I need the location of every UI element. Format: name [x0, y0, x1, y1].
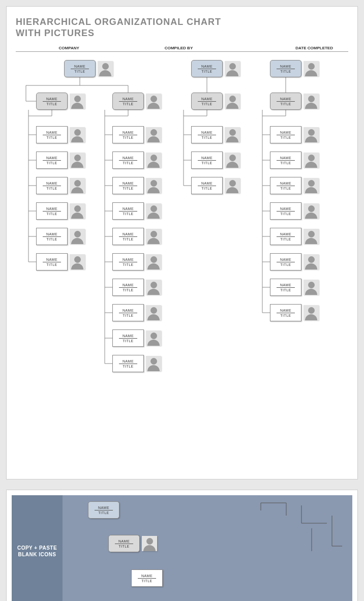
node-divider	[277, 160, 295, 161]
node-box: NAMETITLE	[36, 253, 68, 271]
node-name-label: NAME	[123, 258, 134, 261]
node-box: NAMETITLE	[36, 202, 68, 220]
org-node[interactable]: NAMETITLE	[88, 501, 119, 519]
org-node[interactable]: NAMETITLE	[270, 253, 319, 271]
avatar-placeholder-icon	[304, 280, 319, 295]
node-title-label: TITLE	[123, 237, 134, 241]
node-title-label: TITLE	[46, 237, 57, 241]
org-node[interactable]: NAMETITLE	[112, 279, 161, 296]
node-divider	[43, 101, 61, 102]
node-name-label: NAME	[280, 65, 291, 68]
org-node[interactable]: NAMETITLE	[270, 126, 319, 143]
avatar-placeholder-icon	[304, 254, 319, 269]
connector-fragment-icon	[256, 500, 347, 561]
node-title-label: TITLE	[280, 263, 291, 266]
node-title-label: TITLE	[118, 545, 130, 548]
node-box: NAMETITLE	[270, 60, 301, 77]
org-node[interactable]: NAMETITLE	[191, 60, 240, 77]
node-title-label: TITLE	[123, 136, 134, 139]
node-title-label: TITLE	[280, 288, 291, 292]
org-node[interactable]: NAMETITLE	[270, 304, 319, 321]
node-name-label: NAME	[46, 156, 57, 160]
org-node[interactable]: NAMETITLE	[112, 93, 161, 110]
org-node[interactable]: NAMETITLE	[112, 304, 161, 321]
node-box: NAMETITLE	[36, 228, 68, 245]
node-title-label: TITLE	[141, 579, 153, 583]
node-name-label: NAME	[74, 65, 85, 68]
org-node[interactable]: NAMETITLE	[191, 126, 240, 143]
avatar-placeholder-icon	[70, 127, 85, 142]
org-node[interactable]: NAMETITLE	[270, 279, 319, 296]
node-box: NAMETITLE	[112, 152, 144, 169]
avatar-placeholder-icon	[146, 178, 161, 193]
node-divider	[119, 287, 137, 288]
org-node[interactable]: NAMETITLE	[36, 152, 85, 169]
org-node[interactable]: NAMETITLE	[112, 355, 161, 372]
node-name-label: NAME	[46, 131, 57, 134]
org-chart-page: HIERARCHICAL ORGANIZATIONAL CHART WITH P…	[6, 6, 358, 479]
org-node[interactable]: NAMETITLE	[270, 177, 319, 194]
org-node[interactable]: NAMETITLE	[270, 93, 319, 110]
node-box: NAMETITLE	[270, 93, 301, 110]
node-box: NAMETITLE	[112, 355, 144, 372]
org-node[interactable]: NAMETITLE	[191, 93, 240, 110]
org-node[interactable]: NAMETITLE	[112, 202, 161, 220]
avatar-placeholder-icon	[304, 153, 319, 168]
node-name-label: NAME	[280, 131, 291, 134]
avatar-placeholder-icon	[146, 356, 161, 371]
avatar-placeholder-icon	[146, 305, 161, 320]
org-node[interactable]: NAMETITLE	[36, 228, 85, 245]
node-divider	[119, 160, 137, 161]
node-divider	[43, 236, 61, 237]
node-name-label: NAME	[280, 258, 291, 261]
node-title-label: TITLE	[123, 339, 134, 343]
node-box: NAMETITLE	[36, 152, 68, 169]
org-node[interactable]: NAMETITLE	[36, 202, 85, 220]
node-name-label: NAME	[123, 182, 134, 185]
node-title-label: TITLE	[46, 263, 57, 266]
org-node[interactable]: NAMETITLE	[112, 152, 161, 169]
palette-inner: COPY + PASTE BLANK ICONS NAMETITLENAMETI…	[12, 495, 352, 601]
avatar-placeholder-icon	[304, 127, 319, 142]
org-node[interactable]: NAMETITLE	[112, 329, 161, 347]
node-title-label: TITLE	[280, 70, 291, 73]
node-name-label: NAME	[46, 97, 57, 101]
node-divider	[119, 262, 137, 262]
org-node[interactable]: NAMETITLE	[270, 228, 319, 245]
org-node[interactable]: NAMETITLE	[131, 569, 163, 587]
node-box: NAMETITLE	[88, 501, 119, 519]
org-node[interactable]: NAMETITLE	[270, 60, 319, 77]
node-name-label: NAME	[46, 232, 57, 236]
org-node[interactable]: NAMETITLE	[36, 93, 85, 110]
org-node[interactable]: NAMETITLE	[270, 202, 319, 220]
org-node[interactable]: NAMETITLE	[36, 253, 85, 271]
node-box: NAMETITLE	[191, 152, 223, 169]
org-node[interactable]: NAMETITLE	[112, 177, 161, 194]
org-node[interactable]: NAMETITLE	[108, 535, 157, 552]
avatar-placeholder-icon	[146, 153, 161, 168]
title-line-1: HIERARCHICAL ORGANIZATIONAL CHART	[16, 17, 221, 27]
org-node[interactable]: NAMETITLE	[36, 126, 85, 143]
org-node[interactable]: NAMETITLE	[270, 152, 319, 169]
node-divider	[119, 101, 137, 102]
node-box: NAMETITLE	[270, 304, 301, 321]
avatar-placeholder-icon	[98, 61, 113, 76]
avatar-placeholder-icon	[70, 254, 85, 269]
node-title-label: TITLE	[123, 314, 134, 317]
node-box: NAMETITLE	[270, 253, 301, 271]
avatar-placeholder-icon	[70, 229, 85, 244]
avatar-placeholder-icon	[304, 229, 319, 244]
org-node[interactable]: NAMETITLE	[112, 228, 161, 245]
node-title-label: TITLE	[98, 511, 109, 515]
node-divider	[277, 287, 295, 288]
org-node[interactable]: NAMETITLE	[64, 60, 113, 77]
org-node[interactable]: NAMETITLE	[112, 126, 161, 143]
org-node[interactable]: NAMETITLE	[191, 177, 240, 194]
avatar-placeholder-icon	[146, 280, 161, 295]
node-box: NAMETITLE	[270, 279, 301, 296]
node-box: NAMETITLE	[131, 569, 163, 587]
node-name-label: NAME	[123, 334, 134, 338]
org-node[interactable]: NAMETITLE	[36, 177, 85, 194]
org-node[interactable]: NAMETITLE	[112, 253, 161, 271]
org-node[interactable]: NAMETITLE	[191, 152, 240, 169]
